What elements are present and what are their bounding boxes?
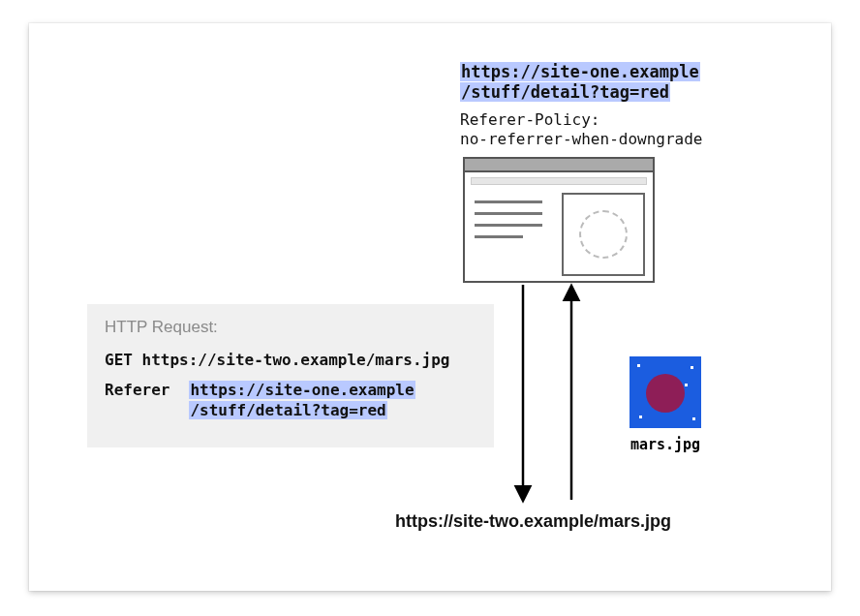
http-referer-value-line2: /stuff/detail?tag=red xyxy=(189,401,386,419)
site-one-url-line1: https://site-one.example xyxy=(460,62,700,81)
site-two-url: https://site-two.example/mars.jpg xyxy=(395,511,671,532)
star-icon xyxy=(637,364,640,367)
mars-planet-icon xyxy=(646,374,685,413)
http-method: GET xyxy=(105,351,133,369)
http-referer-header-name: Referer xyxy=(105,381,169,399)
referer-policy-text: Referer-Policy: no-referrer-when-downgra… xyxy=(460,110,702,149)
star-icon xyxy=(639,416,642,418)
http-referer-value-line1: https://site-one.example xyxy=(189,381,415,399)
http-referer-value: https://site-one.example /stuff/detail?t… xyxy=(189,381,415,421)
diagram-card: https://site-one.example /stuff/detail?t… xyxy=(29,23,831,591)
star-icon xyxy=(692,417,695,420)
mars-image-icon xyxy=(630,356,701,428)
star-icon xyxy=(685,384,688,386)
browser-titlebar xyxy=(465,159,653,172)
site-one-url-line2: /stuff/detail?tag=red xyxy=(460,82,670,102)
mars-thumbnail-block: mars.jpg xyxy=(630,356,701,453)
browser-body xyxy=(465,189,653,278)
browser-window-icon xyxy=(463,157,655,283)
star-icon xyxy=(691,366,693,369)
browser-image-placeholder xyxy=(562,193,645,276)
browser-text-lines-icon xyxy=(475,200,542,247)
browser-address-bar xyxy=(471,177,647,185)
http-request-url: https://site-two.example/mars.jpg xyxy=(142,351,450,369)
http-request-heading: HTTP Request: xyxy=(105,318,478,337)
site-one-url: https://site-one.example /stuff/detail?t… xyxy=(460,62,700,104)
loading-circle-icon xyxy=(579,210,628,259)
mars-caption: mars.jpg xyxy=(630,436,701,453)
http-request-get-line: GET https://site-two.example/mars.jpg xyxy=(105,351,478,369)
http-referer-line: Referer https://site-one.example /stuff/… xyxy=(105,381,478,421)
http-request-box: HTTP Request: GET https://site-two.examp… xyxy=(87,304,494,447)
